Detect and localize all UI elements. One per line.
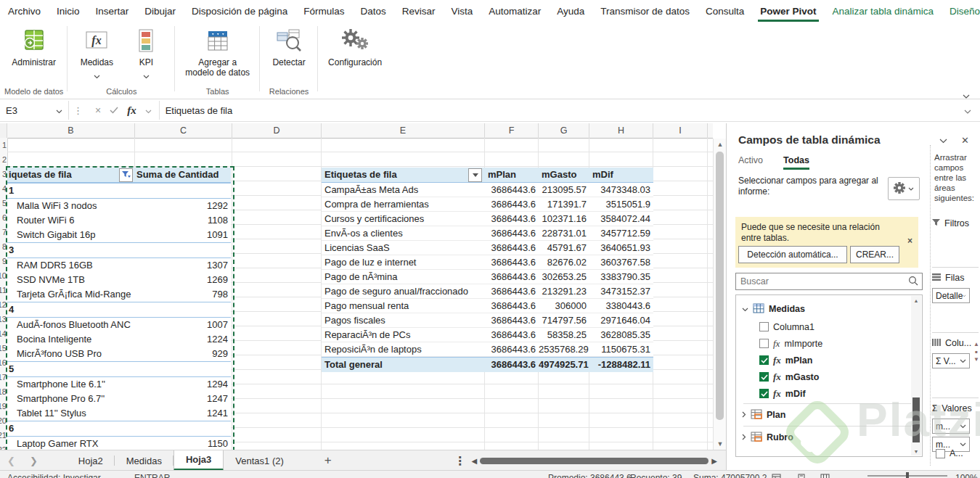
- pivot-data-row[interactable]: Pago de nÃ³mina3686443.6302653.253383790…: [322, 270, 653, 284]
- menu-tab-transmisor-de-datos[interactable]: Transmisor de datos: [592, 0, 698, 22]
- menu-tab-insertar[interactable]: Insertar: [88, 0, 137, 22]
- menu-tab-archivo[interactable]: Archivo: [0, 0, 49, 22]
- area-field-chip[interactable]: Detalle: [932, 288, 970, 303]
- row-header[interactable]: 1: [0, 138, 7, 152]
- row-header[interactable]: 21: [0, 428, 7, 442]
- unchecked-checkbox[interactable]: [759, 339, 769, 348]
- sheet-tab-hoja3[interactable]: Hoja3: [173, 450, 224, 471]
- ribbon-button-configuraci-n[interactable]: Configuración: [322, 22, 388, 67]
- dropdown-chevron-icon[interactable]: [143, 69, 150, 82]
- expand-icon[interactable]: [742, 432, 746, 442]
- menu-tab-inicio[interactable]: Inicio: [49, 0, 88, 22]
- area-field-chip[interactable]: m...: [932, 419, 970, 434]
- pivot-item-row[interactable]: Tarjeta GrÃ¡fica Mid-Range798: [7, 287, 231, 302]
- menu-tab-revisar[interactable]: Revisar: [394, 0, 444, 22]
- pivot-data-row[interactable]: CampaÃ±as Meta Ads3686443.6213095.573473…: [322, 183, 653, 197]
- pivot-item-row[interactable]: Router WiFi 61108: [7, 213, 231, 228]
- vertical-scroll-thumb[interactable]: [716, 152, 724, 420]
- pivot-item-row[interactable]: Malla WiFi 3 nodos1292: [7, 199, 231, 213]
- row-header[interactable]: 8: [0, 239, 7, 254]
- pivot-data-row[interactable]: Cursos y certificaciones3686443.6102371.…: [322, 212, 653, 226]
- scroll-down-icon[interactable]: ▼: [911, 447, 921, 456]
- defer-layout-row[interactable]: A...: [936, 448, 963, 458]
- row-header[interactable]: 22: [0, 442, 7, 450]
- sheet-grid[interactable]: iquetas de filaSuma de Cantidad1Malla Wi…: [7, 138, 713, 450]
- menu-tab-consulta[interactable]: Consulta: [698, 0, 752, 22]
- pivot-item-row[interactable]: Smartphone Lite 6.1''1294: [7, 377, 231, 392]
- fields-options-button[interactable]: [888, 177, 920, 200]
- defer-checkbox[interactable]: [936, 449, 945, 458]
- field-item-mplan[interactable]: fxmPlan: [736, 352, 922, 368]
- scroll-up-icon[interactable]: ▲: [911, 296, 921, 305]
- create-relationship-button[interactable]: CREAR...: [850, 246, 899, 263]
- normal-view-icon[interactable]: [772, 474, 781, 478]
- pivot-total-row[interactable]: Total general3686443.64974925.71-1288482…: [322, 357, 653, 372]
- cancel-icon[interactable]: ×: [95, 104, 101, 116]
- menu-tab-analizar-tabla-din-mica[interactable]: Analizar tabla dinámica: [825, 0, 942, 22]
- page-layout-view-icon[interactable]: [797, 474, 806, 478]
- pivot-item-row[interactable]: Laptop Gamer RTX1150: [7, 437, 231, 451]
- column-header-B[interactable]: B: [7, 123, 135, 138]
- field-table-medidas[interactable]: Medidas: [736, 300, 922, 318]
- field-search-box[interactable]: [735, 273, 923, 290]
- row-header[interactable]: 2: [0, 152, 7, 167]
- scroll-down-icon[interactable]: ▼: [714, 438, 727, 450]
- pivot-item-row[interactable]: Switch Gigabit 16p1091: [7, 228, 231, 242]
- row-header[interactable]: 19: [0, 399, 7, 413]
- menu-tab-vista[interactable]: Vista: [444, 0, 481, 22]
- row-labels-header[interactable]: iquetas de fila: [7, 168, 135, 182]
- ribbon-button-agregar-a[interactable]: Agregar a modelo de datos: [179, 22, 256, 78]
- vertical-scrollbar[interactable]: ▲ ▼: [713, 139, 727, 450]
- pivot-item-row[interactable]: Smartphone Pro 6.7''1247: [7, 392, 231, 406]
- pivot-group-row[interactable]: 4: [7, 302, 231, 318]
- expand-formula-bar-icon[interactable]: [955, 104, 980, 117]
- menu-tab-f-rmulas[interactable]: Fórmulas: [295, 0, 352, 22]
- sheet-tab-medidas[interactable]: Medidas: [115, 450, 173, 471]
- pivot-item-row[interactable]: MicrÃ³fono USB Pro929: [7, 347, 231, 361]
- pivot-data-row[interactable]: Pago de seguro anual/fraccionado3686443.…: [322, 284, 653, 299]
- pivot-data-row[interactable]: ReposiciÃ³n de laptops3686443.62535768.2…: [322, 342, 653, 357]
- mplan-header[interactable]: mPlan: [485, 168, 539, 182]
- pivot-item-row[interactable]: Tablet 11'' Stylus1241: [7, 406, 231, 421]
- new-sheet-button[interactable]: +: [314, 453, 342, 468]
- pane-tab-activo[interactable]: Activo: [738, 155, 763, 165]
- pivot-data-row[interactable]: Compra de herramientas3686443.6171391.73…: [322, 197, 653, 212]
- scroll-right-icon[interactable]: ▶: [711, 457, 717, 465]
- horizontal-scroll-thumb[interactable]: [480, 458, 709, 464]
- pivot-group-row[interactable]: 3: [7, 242, 231, 258]
- field-table-rubro[interactable]: Rubro: [736, 428, 922, 447]
- menu-tab-dise-o[interactable]: Diseño: [942, 0, 980, 22]
- pane-close-icon[interactable]: ✕: [961, 135, 969, 146]
- pivot-data-row[interactable]: EnvÃ-os a clientes3686443.6228731.013457…: [322, 226, 653, 241]
- pivot-data-row[interactable]: Licencias SaaS3686443.645791.673640651.9…: [322, 241, 653, 255]
- field-item-columna1[interactable]: Columna1: [736, 318, 922, 335]
- field-item-mdif[interactable]: fxmDif: [736, 385, 922, 402]
- menu-tab-dibujar[interactable]: Dibujar: [136, 0, 184, 22]
- auto-detect-button[interactable]: Detección automática...: [738, 246, 847, 263]
- ribbon-button-detectar[interactable]: Detectar: [264, 22, 314, 67]
- name-box-chevron-icon[interactable]: [56, 105, 62, 116]
- zoom-slider-handle[interactable]: [906, 472, 909, 478]
- filter-applied-icon[interactable]: [119, 168, 133, 182]
- column-header-E[interactable]: E: [322, 123, 485, 138]
- pane-chevron-icon[interactable]: [939, 135, 947, 146]
- row-labels-header[interactable]: Etiquetas de fila: [322, 168, 485, 182]
- enter-check-icon[interactable]: [110, 104, 118, 117]
- pivot-item-row[interactable]: SSD NVMe 1TB1269: [7, 273, 231, 287]
- mdif-header[interactable]: mDif: [589, 168, 653, 182]
- menu-tab-power-pivot[interactable]: Power Pivot: [752, 0, 824, 22]
- fx-chevron-icon[interactable]: [145, 104, 152, 117]
- formula-input[interactable]: Etiquetas de fila: [160, 102, 955, 119]
- row-header[interactable]: 7: [0, 225, 7, 239]
- expand-icon[interactable]: [742, 410, 746, 420]
- pivot-group-row[interactable]: 5: [7, 361, 231, 377]
- pivot-group-row[interactable]: 1: [7, 183, 231, 199]
- scroll-left-icon[interactable]: ◀: [472, 457, 478, 465]
- column-header-H[interactable]: H: [589, 123, 653, 138]
- next-sheet-icon[interactable]: ❯: [23, 456, 45, 466]
- field-item-mimporte[interactable]: fxmImporte: [736, 335, 922, 352]
- row-header[interactable]: 5: [0, 196, 7, 210]
- scroll-up-icon[interactable]: ▲: [714, 139, 727, 150]
- pivot-group-row[interactable]: 6: [7, 421, 231, 437]
- row-header[interactable]: 4: [0, 181, 7, 196]
